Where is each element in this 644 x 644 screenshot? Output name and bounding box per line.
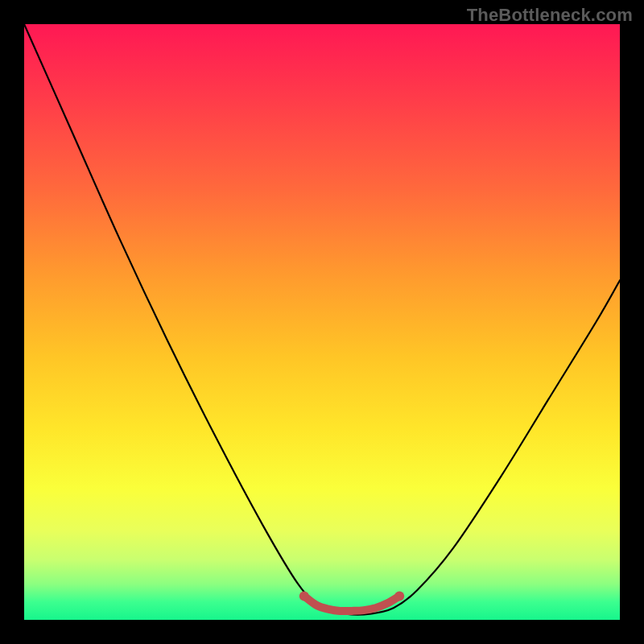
plot-area: [24, 24, 620, 620]
watermark-text: TheBottleneck.com: [467, 5, 633, 26]
curve-layer: [24, 24, 620, 620]
red-endpoint-left: [299, 591, 309, 601]
red-endpoint-right: [394, 591, 404, 601]
curve-black: [24, 24, 620, 615]
curve-red: [304, 596, 399, 611]
chart-frame: TheBottleneck.com: [0, 0, 644, 644]
